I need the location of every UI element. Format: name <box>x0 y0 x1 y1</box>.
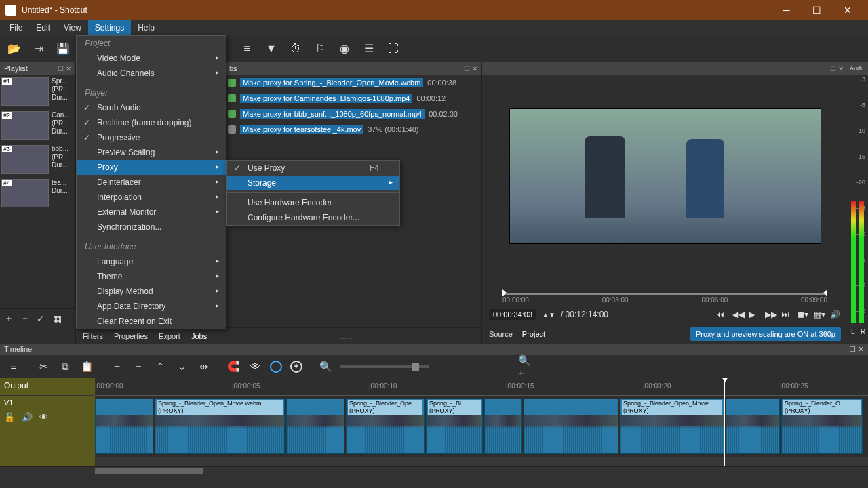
tab-project[interactable]: Project <box>522 330 545 338</box>
timeline-clip[interactable]: Spring_-_Blender_Open_Movie.webm (PROXY) <box>155 399 285 454</box>
copy-icon[interactable]: ⧉ <box>58 360 72 373</box>
grid-icon[interactable]: ▦▾ <box>814 310 825 319</box>
remove-icon[interactable]: － <box>132 360 145 373</box>
mute-icon[interactable]: 🔊 <box>22 412 33 422</box>
stack-icon[interactable]: ☰ <box>361 41 376 56</box>
timeline-clip[interactable] <box>484 399 522 454</box>
tl-menu-icon[interactable]: ≡ <box>7 360 20 373</box>
synchronization-item[interactable]: Synchronization... <box>77 220 226 235</box>
playlist-add-icon[interactable]: ＋ <box>4 312 15 325</box>
preview-scaling-item[interactable]: Preview Scaling <box>77 145 226 160</box>
external-monitor-item[interactable]: External Monitor <box>77 205 226 220</box>
cut-icon[interactable]: ✂ <box>37 360 50 373</box>
realtime-item[interactable]: Realtime (frame dropping) <box>77 115 226 130</box>
track-v1-header[interactable]: V1 <box>0 396 95 409</box>
zoom-out-icon[interactable]: 🔍 <box>319 360 332 373</box>
use-hw-encoder-item[interactable]: Use Hardware Encoder <box>227 195 399 210</box>
zoom-slider[interactable] <box>340 365 429 368</box>
playlist-item[interactable]: #3bbb...(PR...Dur... <box>0 142 75 176</box>
timeline-clip[interactable]: Spring_-_Blender_Ope (PROXY) <box>346 399 425 454</box>
save-icon[interactable]: 💾 <box>56 41 71 56</box>
timeline-clip[interactable] <box>524 399 618 454</box>
play-icon[interactable]: ▶ <box>749 310 760 319</box>
track-v1[interactable]: Spring_-_Blender_Open_Movie.webm (PROXY)… <box>95 396 868 457</box>
menu-help[interactable]: Help <box>131 20 161 35</box>
job-row[interactable]: Make proxy for Caminandes_Llamigos-1080p… <box>225 90 481 106</box>
timecode-field[interactable]: 00:00:34:03 <box>489 309 536 320</box>
timeline-scrollbar[interactable] <box>0 466 868 474</box>
snap-icon[interactable]: 🧲 <box>226 360 240 373</box>
minimize-button[interactable]: ─ <box>771 0 802 20</box>
tab-filters[interactable]: Filters <box>83 332 103 340</box>
tab-source[interactable]: Source <box>489 330 513 338</box>
use-proxy-item[interactable]: Use Proxy F4 <box>227 161 399 176</box>
lift-icon[interactable]: ⌃ <box>153 360 167 373</box>
lock-icon[interactable]: 🔓 <box>4 412 15 422</box>
skip-start-icon[interactable]: ⏮ <box>716 310 727 319</box>
jobs-close-icon[interactable]: ☐ ✕ <box>464 65 477 73</box>
maximize-button[interactable]: ☐ <box>802 0 832 20</box>
in-point-icon[interactable] <box>502 289 507 296</box>
preview-close-icon[interactable]: ☐ ✕ <box>830 65 844 73</box>
app-data-item[interactable]: App Data Directory <box>77 299 226 314</box>
timeline-ruler[interactable]: |00:00:00|00:00:05|00:00:10|00:00:15|00:… <box>95 378 868 396</box>
out-point-icon[interactable] <box>823 289 827 296</box>
deinterlacer-item[interactable]: Deinterlacer <box>77 175 226 190</box>
job-row[interactable]: Make proxy for bbb_sunf..._1080p_60fps_n… <box>225 106 481 121</box>
ripple-all-icon[interactable] <box>290 361 302 373</box>
storage-item[interactable]: Storage <box>227 176 399 190</box>
playlist-close-icon[interactable]: ☐ ✕ <box>58 65 71 73</box>
append-icon[interactable]: ＋ <box>110 360 123 373</box>
playlist-item[interactable]: #1Spr...(PR...Dur... <box>0 75 75 108</box>
menu-file[interactable]: File <box>3 20 29 35</box>
open-other-icon[interactable]: ⇥ <box>31 41 46 56</box>
hide-icon[interactable]: 👁 <box>39 412 48 422</box>
timeline-tracks[interactable]: |00:00:00|00:00:05|00:00:10|00:00:15|00:… <box>95 378 868 466</box>
menu-settings[interactable]: Settings <box>88 20 131 35</box>
job-row[interactable]: Make proxy for tearsofsteel_4k.mov37% (0… <box>225 121 481 137</box>
timeline-clip[interactable]: Spring_-_Blender_O (PROXY) <box>781 399 863 454</box>
playlist-check-icon[interactable]: ✓ <box>37 313 47 324</box>
timeline-clip[interactable]: Spring_-_Blender_Open_Movie. (PROXY) <box>620 399 724 454</box>
menu-view[interactable]: View <box>57 20 88 35</box>
tab-properties[interactable]: Properties <box>114 332 148 340</box>
language-item[interactable]: Language <box>77 254 226 269</box>
undo-icon[interactable]: ≡ <box>239 41 254 56</box>
playlist-item[interactable]: #4tea...Dur... <box>0 176 75 210</box>
timeline-clip[interactable] <box>726 399 780 454</box>
video-viewer[interactable] <box>482 75 848 284</box>
timer-icon[interactable]: ⏱ <box>288 41 303 56</box>
interpolation-item[interactable]: Interpolation <box>77 190 226 205</box>
display-method-item[interactable]: Display Method <box>77 284 226 299</box>
proxy-item[interactable]: Proxy <box>77 160 226 175</box>
scrub-audio-item[interactable]: Scrub Audio <box>77 100 226 115</box>
timeline-clip[interactable]: Spring_-_Bl (PROXY) <box>426 399 483 454</box>
playlist-remove-icon[interactable]: － <box>20 312 31 325</box>
job-row[interactable]: Make proxy for Spring_-_Blender_Open_Mov… <box>225 75 481 90</box>
video-mode-item[interactable]: Video Mode <box>77 51 226 66</box>
forward-icon[interactable]: ▶▶ <box>765 310 776 319</box>
overwrite-icon[interactable]: ⌄ <box>175 360 189 373</box>
playhead[interactable] <box>724 378 725 466</box>
paste-icon[interactable]: 📋 <box>80 360 94 373</box>
audio-channels-item[interactable]: Audio Channels <box>77 66 226 81</box>
progressive-item[interactable]: Progressive <box>77 130 226 145</box>
theme-item[interactable]: Theme <box>77 269 226 284</box>
menu-edit[interactable]: Edit <box>29 20 57 35</box>
playlist-menu-icon[interactable]: ▦ <box>53 313 64 324</box>
scrub-icon[interactable]: 👁 <box>248 360 262 373</box>
tab-export[interactable]: Export <box>159 332 180 340</box>
skip-end-icon[interactable]: ⏭ <box>781 310 792 319</box>
config-hw-encoder-item[interactable]: Configure Hardware Encoder... <box>227 210 399 225</box>
zoom-in-icon[interactable]: 🔍+ <box>518 360 532 373</box>
marker-icon[interactable]: ⚐ <box>313 41 328 56</box>
timeline-close-icon[interactable]: ☐ ✕ <box>849 345 864 354</box>
ripple-icon[interactable] <box>270 361 282 373</box>
fullscreen-icon[interactable]: ⛶ <box>386 41 401 56</box>
output-header[interactable]: Output <box>0 378 95 396</box>
zoom-icon[interactable]: ◼▾ <box>797 310 808 319</box>
filters-icon[interactable]: ▼ <box>264 41 279 56</box>
timeline-clip[interactable] <box>95 399 153 454</box>
playlist-item[interactable]: #2Can...(PR...Dur... <box>0 108 75 142</box>
record-icon[interactable]: ◉ <box>337 41 352 56</box>
